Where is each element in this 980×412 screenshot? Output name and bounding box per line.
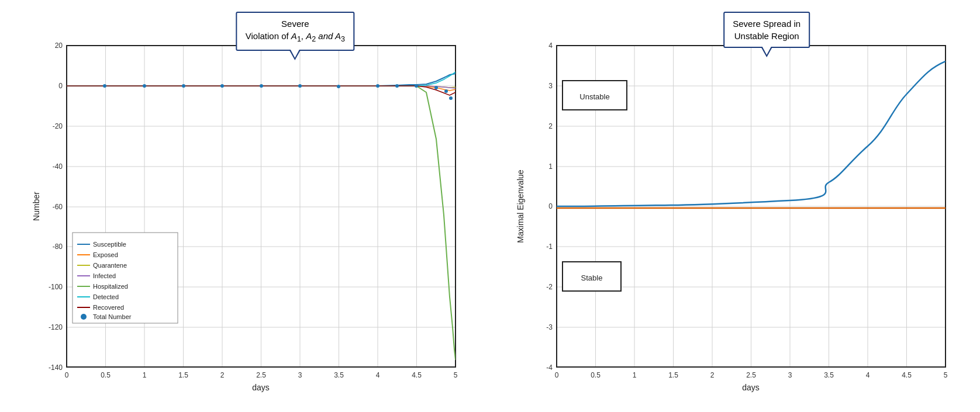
svg-text:Recovered: Recovered bbox=[93, 304, 124, 311]
svg-text:0: 0 bbox=[555, 371, 559, 379]
svg-point-49 bbox=[376, 84, 379, 88]
svg-point-45 bbox=[220, 84, 224, 88]
svg-point-47 bbox=[298, 84, 302, 88]
svg-text:Infected: Infected bbox=[93, 272, 116, 279]
svg-text:1: 1 bbox=[548, 162, 553, 171]
left-callout: SevereViolation of A1, A2 and A3 bbox=[236, 12, 354, 51]
svg-text:1.5: 1.5 bbox=[178, 371, 188, 379]
right-callout: Severe Spread inUnstable Region bbox=[723, 12, 810, 48]
x-axis-labels-right: 0 0.5 1 1.5 2 2.5 3 3.5 4 4.5 5 bbox=[555, 371, 948, 379]
svg-text:0: 0 bbox=[58, 82, 63, 90]
x-axis-title-right: days bbox=[742, 383, 760, 392]
svg-text:4.5: 4.5 bbox=[412, 371, 422, 379]
left-chart-svg: 20 0 -20 -40 -60 -80 -100 -120 -140 0 0.… bbox=[29, 34, 473, 396]
svg-text:-3: -3 bbox=[546, 323, 553, 331]
svg-text:Susceptible: Susceptible bbox=[93, 241, 126, 248]
svg-point-54 bbox=[449, 96, 453, 100]
svg-text:5: 5 bbox=[944, 371, 948, 379]
svg-text:2: 2 bbox=[220, 371, 225, 379]
svg-text:1.5: 1.5 bbox=[668, 371, 678, 379]
x-axis-labels: 0 0.5 1 1.5 2 2.5 3 3.5 4 4.5 5 bbox=[65, 371, 458, 379]
svg-text:4: 4 bbox=[376, 371, 380, 379]
svg-text:20: 20 bbox=[55, 41, 63, 50]
svg-text:0: 0 bbox=[65, 371, 69, 379]
svg-text:2: 2 bbox=[548, 122, 553, 130]
svg-text:3.5: 3.5 bbox=[334, 371, 344, 379]
svg-point-52 bbox=[434, 86, 438, 89]
svg-text:-120: -120 bbox=[49, 323, 63, 331]
svg-text:-100: -100 bbox=[49, 283, 63, 291]
svg-text:2.5: 2.5 bbox=[256, 371, 266, 379]
svg-text:-60: -60 bbox=[53, 203, 63, 211]
svg-point-46 bbox=[260, 84, 263, 88]
svg-point-51 bbox=[415, 84, 418, 88]
y-axis-title-left: Number bbox=[32, 191, 41, 220]
svg-text:-80: -80 bbox=[53, 243, 63, 251]
svg-text:0: 0 bbox=[548, 202, 553, 210]
svg-text:0.5: 0.5 bbox=[101, 371, 111, 379]
svg-text:-40: -40 bbox=[53, 162, 63, 171]
svg-text:3.5: 3.5 bbox=[824, 371, 834, 379]
svg-point-70 bbox=[81, 314, 87, 320]
y-axis-labels: 20 0 -20 -40 -60 -80 -100 -120 -140 bbox=[49, 41, 63, 372]
svg-text:3: 3 bbox=[298, 371, 302, 379]
svg-text:4: 4 bbox=[866, 371, 870, 379]
svg-text:3: 3 bbox=[788, 371, 792, 379]
stable-label: Stable bbox=[581, 273, 603, 282]
svg-text:4.5: 4.5 bbox=[902, 371, 912, 379]
svg-text:2: 2 bbox=[710, 371, 715, 379]
svg-text:-4: -4 bbox=[546, 363, 553, 372]
y-axis-labels-right: 4 3 2 1 0 -1 -2 -3 -4 bbox=[546, 41, 553, 372]
svg-text:Quarantene: Quarantene bbox=[93, 262, 127, 269]
right-callout-text: Severe Spread inUnstable Region bbox=[733, 19, 800, 41]
svg-point-42 bbox=[103, 84, 106, 88]
svg-text:-140: -140 bbox=[49, 363, 63, 372]
svg-text:Exposed: Exposed bbox=[93, 251, 118, 258]
svg-text:1: 1 bbox=[143, 371, 147, 379]
legend-box-left: Susceptible Exposed Quarantene Infected … bbox=[73, 233, 178, 323]
unstable-label: Unstable bbox=[579, 92, 609, 101]
svg-text:-2: -2 bbox=[546, 283, 553, 291]
svg-text:Detected: Detected bbox=[93, 293, 119, 300]
svg-point-48 bbox=[337, 85, 340, 88]
right-chart-svg: 4 3 2 1 0 -1 -2 -3 -4 0 0.5 1 1.5 2 2.5 … bbox=[513, 34, 957, 396]
y-axis-title-right: Maximal Eigenvalue bbox=[516, 169, 525, 243]
svg-text:5: 5 bbox=[454, 371, 458, 379]
left-chart-wrapper: SevereViolation of A1, A2 and A3 bbox=[12, 6, 484, 406]
svg-text:2.5: 2.5 bbox=[746, 371, 756, 379]
svg-text:1: 1 bbox=[633, 371, 637, 379]
svg-point-50 bbox=[395, 84, 399, 88]
svg-text:-20: -20 bbox=[53, 122, 63, 130]
svg-point-43 bbox=[143, 84, 146, 88]
svg-text:-1: -1 bbox=[546, 243, 553, 251]
svg-text:Hospitalized: Hospitalized bbox=[93, 283, 128, 290]
svg-text:3: 3 bbox=[548, 82, 553, 90]
svg-point-53 bbox=[444, 89, 448, 93]
svg-text:Total Number: Total Number bbox=[93, 313, 132, 320]
svg-text:0.5: 0.5 bbox=[591, 371, 601, 379]
right-chart-wrapper: Severe Spread inUnstable Region bbox=[496, 6, 968, 406]
left-callout-text: SevereViolation of A1, A2 and A3 bbox=[246, 19, 345, 41]
svg-point-44 bbox=[182, 84, 185, 88]
x-axis-title-left: days bbox=[252, 383, 270, 392]
charts-container: SevereViolation of A1, A2 and A3 bbox=[0, 0, 980, 412]
svg-text:4: 4 bbox=[548, 41, 553, 50]
